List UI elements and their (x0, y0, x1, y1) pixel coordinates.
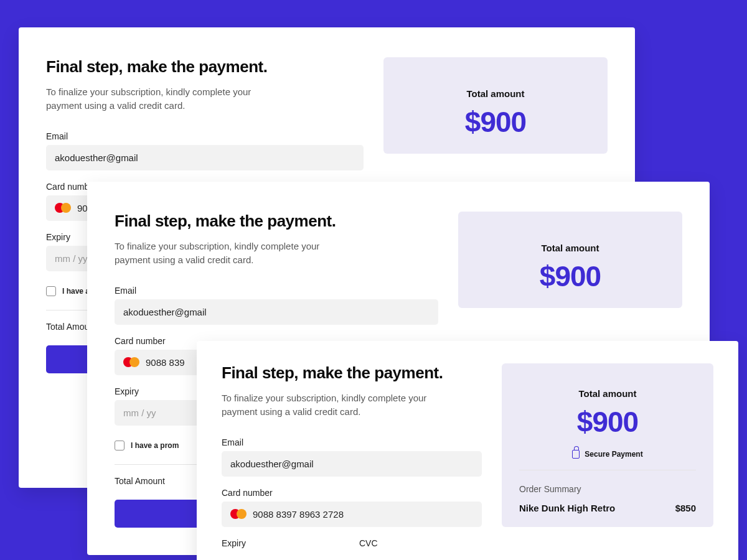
email-value: akoduesther@gmail (55, 152, 138, 163)
mastercard-icon (55, 203, 71, 213)
lock-icon (572, 450, 580, 459)
amount-value: $900 (519, 405, 696, 439)
card-label: Card number (222, 488, 482, 498)
page-title: Final step, make the payment. (115, 212, 438, 231)
total-amount-label: Total Amount (115, 476, 165, 486)
amount-card: Total amount $900 (458, 212, 682, 308)
expiry-placeholder: mm / yy (123, 408, 156, 418)
payment-form: Final step, make the payment. To finaliz… (222, 363, 482, 555)
email-value: akoduesther@gmail (123, 307, 207, 317)
expiry-label: Expiry (222, 538, 344, 548)
promo-checkbox[interactable] (46, 286, 56, 296)
card-number-value: 9088 8397 8963 2728 (253, 509, 344, 520)
mastercard-icon (230, 509, 247, 519)
total-amount-label: Total Amou (46, 322, 89, 332)
amount-label: Total amount (401, 88, 590, 99)
email-value: akoduesther@gmail (230, 459, 314, 469)
order-summary-item: Nike Dunk High Retro $850 (519, 503, 696, 513)
email-field[interactable]: akoduesther@gmail (222, 451, 482, 477)
secure-label: Secure Payment (585, 450, 642, 459)
page-subtitle: To finalize your subscription, kindly co… (115, 240, 351, 267)
card-number-value: 9088 839 (146, 357, 185, 368)
order-item-name: Nike Dunk High Retro (519, 503, 615, 513)
amount-card: Total amount $900 (383, 57, 608, 154)
email-label: Email (46, 131, 364, 141)
amount-label: Total amount (519, 388, 696, 399)
amount-value: $900 (401, 105, 590, 139)
pay-button[interactable] (115, 500, 202, 528)
page-title: Final step, make the payment. (46, 57, 364, 77)
order-summary-panel: Total amount $900 Secure Payment Order S… (502, 363, 713, 555)
amount-card: Total amount $900 Secure Payment Order S… (502, 363, 713, 527)
page-subtitle: To finalize your subscription, kindly co… (222, 391, 458, 419)
page-title: Final step, make the payment. (222, 363, 482, 383)
cvc-label: CVC (359, 538, 482, 548)
email-field[interactable]: akoduesther@gmail (46, 145, 364, 170)
email-label: Email (222, 437, 482, 447)
card-number-field[interactable]: 9088 8397 8963 2728 (222, 502, 482, 527)
amount-label: Total amount (476, 243, 665, 253)
expiry-placeholder: mm / yy (55, 253, 88, 264)
promo-label: I have a prom (131, 441, 179, 450)
page-subtitle: To finalize your subscription, kindly co… (46, 85, 283, 113)
secure-payment-row: Secure Payment (519, 450, 696, 459)
order-summary-label: Order Summary (519, 484, 696, 494)
promo-checkbox[interactable] (115, 441, 125, 450)
email-field[interactable]: akoduesther@gmail (115, 299, 438, 325)
amount-value: $900 (476, 259, 665, 293)
email-label: Email (115, 286, 438, 296)
mastercard-icon (123, 357, 139, 367)
payment-frame-front: Final step, make the payment. To finaliz… (197, 341, 738, 560)
divider (519, 470, 696, 470)
order-item-price: $850 (675, 503, 696, 513)
